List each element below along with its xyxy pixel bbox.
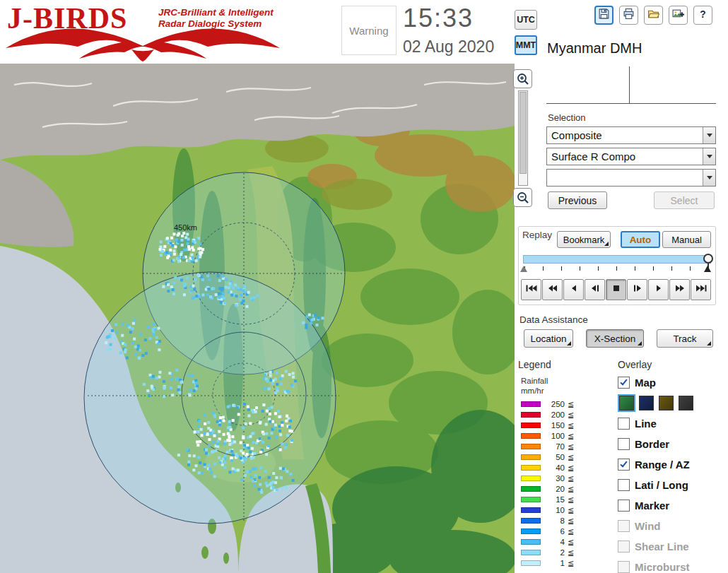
legend-value: 8: [544, 516, 565, 525]
less-equal-symbol: ≦: [568, 495, 574, 504]
marker-checkbox[interactable]: [618, 500, 630, 512]
border-checkbox[interactable]: [618, 438, 630, 450]
option-dropdown[interactable]: [546, 169, 716, 187]
manual-mode-button[interactable]: Manual: [662, 231, 711, 248]
help-button[interactable]: ?: [693, 6, 712, 25]
track-button[interactable]: Track: [657, 329, 713, 348]
map-style-swatch-1[interactable]: [639, 396, 654, 410]
app-subtitle-line2: Radar Dialogic System: [158, 18, 274, 30]
line-checkbox[interactable]: [618, 418, 630, 430]
chevron-down-icon[interactable]: [703, 127, 715, 143]
chevron-down-icon[interactable]: [703, 170, 715, 186]
map-style-swatch-3[interactable]: [679, 396, 693, 410]
timeline-tick: [598, 266, 599, 271]
control-panel: UTC MMT ? Myanmar DMH Selection Composit…: [515, 0, 728, 573]
warning-label: Warning: [349, 25, 388, 37]
timeline-thumb[interactable]: [703, 254, 713, 264]
legend-value: 15: [544, 495, 565, 504]
overlay-row-map: Map: [618, 374, 728, 390]
product-listbox[interactable]: [546, 66, 716, 104]
zoom-slider[interactable]: [518, 90, 528, 186]
timeline-tick: [635, 266, 635, 271]
overlay-row-microburst: Microburst: [618, 559, 728, 573]
timeline-tick: [690, 266, 691, 271]
data-assistance-label: Data Assistance: [519, 314, 588, 325]
previous-button[interactable]: Previous: [548, 191, 607, 209]
legend-row: 1≦: [521, 560, 606, 566]
overlay-options: MapLineBorderRange / AZLati / LongMarker…: [618, 374, 728, 573]
category-dropdown-value: Composite: [547, 129, 703, 141]
less-equal-symbol: ≦: [568, 400, 574, 409]
overlay-row-shear-line: Shear Line: [618, 538, 728, 554]
map-style-swatch-0[interactable]: [619, 396, 634, 410]
fast-forward-icon: [674, 283, 686, 296]
less-equal-symbol: ≦: [568, 506, 574, 515]
overlay-checkbox-label: Marker: [635, 500, 669, 512]
legend-row: 4≦: [521, 539, 606, 545]
legend-color-swatch: [521, 423, 541, 428]
x-section-button[interactable]: X-Section: [586, 329, 644, 348]
legend-color-swatch: [521, 560, 541, 566]
product-dropdown[interactable]: Surface R Compo: [546, 148, 716, 165]
less-equal-symbol: ≦: [568, 516, 574, 526]
replay-timeline-slider[interactable]: [523, 255, 711, 264]
overlay-label: Overlay: [618, 359, 652, 370]
legend-color-swatch: [521, 401, 541, 407]
category-dropdown[interactable]: Composite: [546, 126, 716, 144]
overlay-checkbox-label: Microburst: [635, 561, 690, 573]
playback-controls: [521, 279, 711, 300]
legend-color-swatch: [521, 433, 541, 439]
clock-time: 15:33: [403, 4, 494, 33]
lati-long-checkbox[interactable]: [618, 479, 630, 491]
location-button[interactable]: Location: [524, 329, 573, 348]
step-forward-button[interactable]: [648, 279, 669, 300]
map-style-swatch-2[interactable]: [659, 396, 674, 410]
header: J-BIRDS JRC-Brilliant & Intelligent Rada…: [0, 0, 515, 64]
legend-value: 30: [544, 474, 565, 483]
clock: 15:33 02 Aug 2020: [403, 4, 494, 57]
select-button: Select: [654, 191, 715, 209]
less-equal-symbol: ≦: [568, 421, 574, 430]
fast-rewind-button[interactable]: [542, 279, 563, 300]
auto-mode-button[interactable]: Auto: [621, 231, 660, 248]
magnifier-plus-icon: [516, 72, 530, 86]
mmt-button[interactable]: MMT: [515, 35, 537, 55]
check-icon: [620, 377, 627, 385]
save-icon: [598, 8, 610, 23]
less-equal-symbol: ≦: [568, 485, 574, 494]
save-button[interactable]: [594, 6, 613, 25]
wind-checkbox: [618, 520, 630, 532]
zoom-in-button[interactable]: [513, 69, 532, 88]
zoom-out-button[interactable]: [513, 188, 532, 207]
legend-unit-line2: mm/hr: [521, 386, 606, 396]
legend-value: 250: [544, 400, 565, 408]
zoom-slider-thumb[interactable]: [519, 92, 527, 174]
bookmark-button[interactable]: Bookmark: [557, 231, 611, 248]
utc-button[interactable]: UTC: [515, 10, 537, 30]
open-button[interactable]: [644, 6, 663, 25]
app-logo: J-BIRDS JRC-Brilliant & Intelligent Rada…: [4, 1, 294, 62]
range-az-checkbox[interactable]: [618, 459, 630, 471]
stop-button[interactable]: [606, 279, 626, 300]
radar-map[interactable]: 450km: [0, 64, 515, 573]
print-button[interactable]: [619, 6, 638, 25]
fast-forward-button[interactable]: [669, 279, 690, 300]
legend-row: 40≦: [521, 465, 606, 471]
frame-back-icon: [589, 283, 601, 296]
chevron-down-icon[interactable]: [703, 148, 715, 165]
timeline-tick: [653, 266, 654, 271]
frame-forward-button[interactable]: [627, 279, 647, 300]
less-equal-symbol: ≦: [568, 410, 574, 420]
warning-panel[interactable]: Warning: [341, 6, 397, 55]
listbox-divider: [629, 66, 630, 104]
legend-label: Legend: [518, 359, 551, 370]
map-checkbox[interactable]: [618, 377, 630, 389]
skip-end-button[interactable]: [691, 279, 711, 300]
app-window: J-BIRDS JRC-Brilliant & Intelligent Rada…: [0, 0, 728, 573]
frame-back-button[interactable]: [585, 279, 605, 300]
step-back-button[interactable]: [563, 279, 584, 300]
frame-forward-icon: [631, 283, 644, 296]
skip-start-button[interactable]: [521, 279, 541, 300]
export-button[interactable]: [669, 6, 688, 25]
legend-value: 10: [544, 506, 565, 514]
